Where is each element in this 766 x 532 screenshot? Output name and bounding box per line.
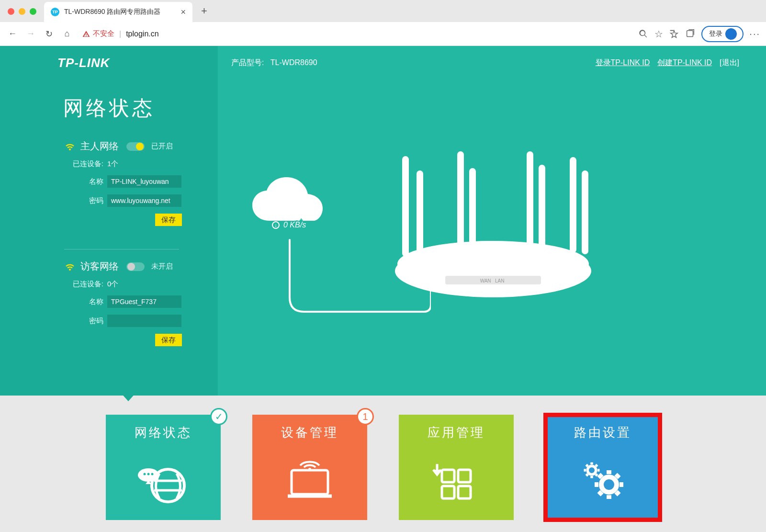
svg-rect-2 bbox=[402, 156, 409, 257]
svg-rect-22 bbox=[458, 470, 471, 482]
guest-connected-count: 0个 bbox=[107, 280, 118, 289]
ssid-input[interactable] bbox=[107, 175, 181, 188]
svg-rect-19 bbox=[292, 470, 328, 494]
not-secure-badge: 不安全 bbox=[82, 29, 114, 38]
forward-button[interactable]: → bbox=[24, 27, 37, 41]
nav-cards: ✓ 网络状态 1 设备管理 bbox=[0, 396, 766, 525]
svg-point-18 bbox=[151, 473, 154, 475]
page-content: TP-LINK 网络状态 主人网络 已开启 bbox=[0, 46, 766, 532]
guest-password-label: 密码 bbox=[64, 317, 107, 326]
avatar-icon: 👤 bbox=[725, 28, 737, 40]
browser-login-button[interactable]: 登录 👤 bbox=[701, 26, 743, 42]
logout-link[interactable]: [退出] bbox=[720, 58, 739, 68]
card-app-management[interactable]: 应用管理 bbox=[399, 415, 514, 520]
url-text: tplogin.cn bbox=[126, 30, 159, 38]
guest-network-toggle[interactable] bbox=[126, 262, 145, 271]
wifi-icon bbox=[64, 262, 76, 272]
svg-text:WAN   LAN: WAN LAN bbox=[480, 278, 505, 283]
favorites-bar-icon[interactable] bbox=[669, 29, 679, 39]
bandwidth-display: ↑0 KB/s ↓0 KB/s bbox=[272, 209, 306, 230]
download-icon: ↓ bbox=[272, 221, 280, 229]
guest-ssid-input[interactable] bbox=[107, 295, 181, 308]
guest-password-input[interactable] bbox=[107, 315, 181, 327]
minimize-window-button[interactable] bbox=[19, 8, 25, 15]
password-input[interactable] bbox=[107, 194, 181, 207]
warning-icon bbox=[82, 30, 90, 38]
ssid-label: 名称 bbox=[64, 177, 107, 186]
refresh-button[interactable]: ↻ bbox=[42, 27, 56, 41]
status-ok-badge: ✓ bbox=[210, 408, 227, 425]
guest-network-block: 访客网络 未开启 已连设备: 0个 名称 密码 bbox=[0, 260, 218, 356]
svg-point-25 bbox=[601, 477, 617, 492]
guest-connected-label: 已连设备: bbox=[64, 280, 107, 289]
main-header: 产品型号: TL-WDR8690 登录TP-LINK ID 创建TP-LINK … bbox=[218, 46, 766, 79]
save-main-button[interactable]: 保存 bbox=[155, 214, 182, 226]
svg-rect-3 bbox=[417, 170, 423, 257]
page-title: 网络状态 bbox=[0, 95, 218, 122]
model-label: 产品型号: bbox=[231, 58, 264, 67]
gear-icon bbox=[576, 441, 629, 520]
close-window-button[interactable] bbox=[8, 8, 14, 15]
connected-devices-label: 已连设备: bbox=[64, 159, 107, 169]
login-tplink-link[interactable]: 登录TP-LINK ID bbox=[596, 58, 650, 68]
device-count-badge: 1 bbox=[357, 408, 374, 425]
new-tab-button[interactable]: + bbox=[192, 5, 216, 22]
card-router-settings[interactable]: 路由设置 bbox=[545, 415, 660, 520]
svg-rect-4 bbox=[457, 151, 464, 247]
divider bbox=[64, 249, 179, 249]
home-button[interactable]: ⌂ bbox=[60, 27, 74, 41]
apps-icon bbox=[432, 441, 480, 520]
svg-point-20 bbox=[308, 468, 311, 471]
window-controls bbox=[0, 8, 44, 22]
main-network-status: 已开启 bbox=[151, 142, 173, 151]
svg-rect-21 bbox=[442, 470, 454, 482]
sidebar: TP-LINK 网络状态 主人网络 已开启 bbox=[0, 46, 218, 396]
laptop-icon bbox=[281, 441, 338, 520]
more-icon[interactable]: ··· bbox=[749, 28, 760, 39]
password-label: 密码 bbox=[64, 196, 107, 205]
card-title: 网络状态 bbox=[135, 424, 192, 441]
svg-rect-24 bbox=[458, 486, 471, 498]
svg-rect-7 bbox=[539, 165, 545, 249]
favorite-icon[interactable]: ☆ bbox=[654, 28, 663, 40]
main-network-block: 主人网络 已开启 已连设备: 1个 名称 密码 bbox=[0, 140, 218, 236]
svg-rect-6 bbox=[527, 151, 533, 247]
main-network-title: 主人网络 bbox=[80, 140, 119, 153]
collections-icon[interactable] bbox=[685, 29, 696, 39]
maximize-window-button[interactable] bbox=[30, 8, 36, 15]
model-value: TL-WDR8690 bbox=[270, 58, 317, 67]
browser-tab-strip: TP TL-WDR8690 路由网专用路由器 × + bbox=[0, 0, 766, 22]
search-icon[interactable] bbox=[638, 29, 649, 39]
svg-point-17 bbox=[147, 473, 150, 475]
network-diagram: Internet ↑0 KB/s ↓0 KB/s bbox=[249, 142, 622, 372]
guest-network-title: 访客网络 bbox=[80, 260, 119, 273]
upload-icon: ↑ bbox=[272, 211, 280, 218]
save-guest-button[interactable]: 保存 bbox=[155, 334, 182, 346]
svg-rect-8 bbox=[570, 157, 576, 253]
svg-rect-5 bbox=[469, 168, 476, 249]
tab-title: TL-WDR8690 路由网专用路由器 bbox=[64, 8, 176, 16]
create-tplink-link[interactable]: 创建TP-LINK ID bbox=[657, 58, 712, 68]
svg-rect-9 bbox=[582, 170, 588, 254]
card-network-status[interactable]: ✓ 网络状态 bbox=[106, 415, 221, 520]
url-field[interactable]: 不安全 | tplogin.cn bbox=[79, 29, 633, 38]
close-tab-icon[interactable]: × bbox=[180, 7, 186, 17]
tab-favicon: TP bbox=[51, 8, 59, 16]
connected-devices-count: 1个 bbox=[107, 159, 118, 169]
svg-point-26 bbox=[587, 466, 596, 475]
back-button[interactable]: ← bbox=[6, 27, 19, 41]
card-device-management[interactable]: 1 设备管理 bbox=[252, 415, 367, 520]
wifi-icon bbox=[64, 142, 76, 151]
svg-point-16 bbox=[144, 473, 146, 475]
card-title: 应用管理 bbox=[428, 424, 485, 441]
browser-tab[interactable]: TP TL-WDR8690 路由网专用路由器 × bbox=[44, 2, 192, 22]
router-icon: WAN LAN bbox=[373, 151, 613, 324]
guest-network-status: 未开启 bbox=[151, 262, 173, 271]
brand-logo: TP-LINK bbox=[0, 46, 218, 79]
upload-speed: 0 KB/s bbox=[283, 209, 306, 220]
address-bar: ← → ↻ ⌂ 不安全 | tplogin.cn ☆ 登录 👤 ··· bbox=[0, 22, 766, 46]
main-network-toggle[interactable] bbox=[126, 142, 145, 151]
card-title: 设备管理 bbox=[281, 424, 338, 441]
guest-ssid-label: 名称 bbox=[64, 297, 107, 306]
globe-icon bbox=[137, 441, 190, 520]
